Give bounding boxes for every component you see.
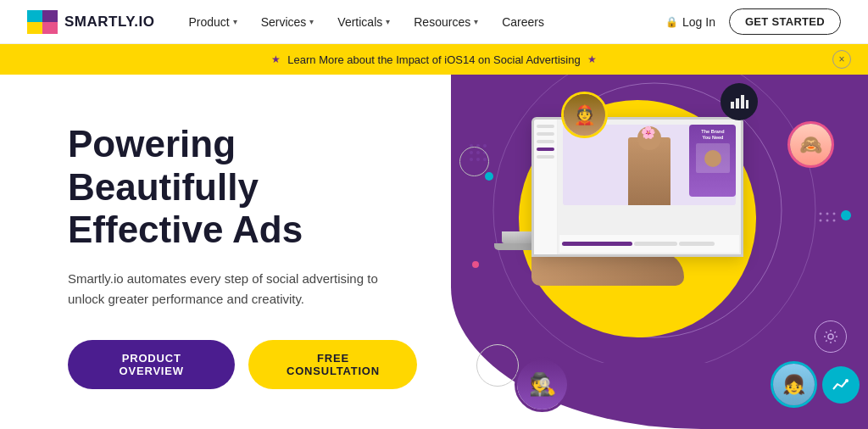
svg-point-27: [845, 379, 849, 382]
hero-right: 🌸 The BrandYou Need: [451, 75, 868, 429]
free-consultation-button[interactable]: FREE CONSULTATION: [248, 340, 417, 389]
svg-rect-25: [746, 100, 748, 109]
svg-point-18: [832, 213, 835, 215]
announcement-banner: ★ Learn More about the Impact of iOS14 o…: [0, 44, 868, 75]
star-icon-right: ★: [587, 53, 597, 65]
logo-icon: [27, 10, 58, 34]
icon-bubble-gear: [815, 320, 847, 353]
banner-text[interactable]: Learn More about the Impact of iOS14 on …: [287, 53, 580, 66]
person-bubble-3: 👧: [771, 361, 817, 408]
navbar: SMARTLY.IO Product ▾ Services ▾ Vertical…: [0, 0, 868, 44]
svg-rect-23: [736, 98, 739, 109]
person-bubble-2: 🙈: [787, 121, 834, 168]
icon-bubble-trend: [822, 366, 860, 404]
svg-rect-1: [42, 10, 58, 22]
svg-rect-3: [42, 22, 58, 34]
nav-item-product[interactable]: Product ▾: [188, 15, 236, 29]
svg-rect-0: [27, 22, 42, 34]
logo[interactable]: SMARTLY.IO: [27, 10, 154, 34]
nav-right: 🔒 Log In GET STARTED: [665, 8, 841, 35]
svg-point-16: [819, 213, 821, 215]
star-icon-left: ★: [271, 53, 281, 65]
svg-point-17: [826, 213, 828, 215]
chevron-down-icon: ▾: [233, 17, 237, 26]
svg-rect-24: [741, 95, 744, 109]
svg-point-9: [483, 144, 487, 148]
hero-subtitle: Smartly.io automates every step of socia…: [68, 269, 381, 309]
nav-item-services[interactable]: Services ▾: [261, 15, 314, 29]
svg-point-20: [826, 220, 828, 222]
logo-text: SMARTLY.IO: [64, 14, 154, 31]
hero-buttons: PRODUCT OVERVIEW FREE CONSULTATION: [68, 340, 417, 389]
laptop-illustration: 🌸 The BrandYou Need: [498, 92, 786, 346]
chevron-down-icon: ▾: [309, 17, 314, 26]
icon-bubble-chart: [721, 83, 758, 120]
nav-item-resources[interactable]: Resources ▾: [414, 15, 478, 29]
product-overview-button[interactable]: PRODUCT OVERVIEW: [68, 340, 235, 389]
dots-grid-right-decoration: [817, 210, 843, 234]
nav-item-verticals[interactable]: Verticals ▾: [337, 15, 390, 29]
svg-point-21: [832, 220, 835, 222]
nav-links: Product ▾ Services ▾ Verticals ▾ Resourc…: [188, 15, 665, 29]
banner-close-button[interactable]: ×: [832, 50, 851, 69]
svg-point-26: [828, 334, 833, 339]
svg-rect-22: [731, 102, 734, 109]
nav-item-careers[interactable]: Careers: [502, 15, 544, 29]
svg-point-19: [819, 220, 821, 222]
svg-rect-2: [27, 10, 42, 22]
chevron-down-icon: ▾: [386, 17, 390, 26]
teal-dot-2: [841, 210, 851, 220]
laptop-screen: 🌸 The BrandYou Need: [531, 117, 743, 257]
get-started-button[interactable]: GET STARTED: [729, 8, 841, 35]
hero-left: Powering Beautifully Effective Ads Smart…: [0, 75, 451, 429]
hero-section: Powering Beautifully Effective Ads Smart…: [0, 75, 868, 429]
hero-title: Powering Beautifully Effective Ads: [68, 123, 417, 252]
login-button[interactable]: 🔒 Log In: [665, 15, 715, 29]
chevron-down-icon: ▾: [474, 17, 478, 26]
lock-icon: 🔒: [665, 16, 678, 28]
